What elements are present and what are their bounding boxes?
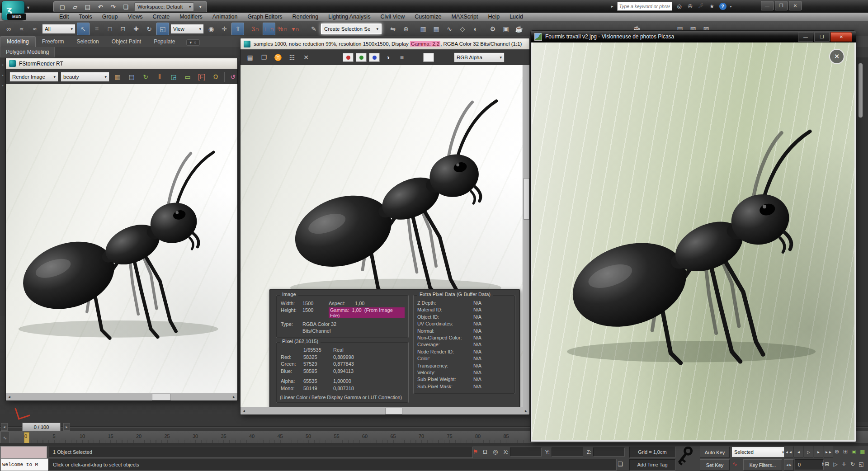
selection-filter-dropdown[interactable]: All▾: [42, 24, 75, 34]
minimize-button[interactable]: —: [761, 1, 774, 10]
copy-image-icon[interactable]: ❐: [258, 52, 270, 63]
clear-image-icon[interactable]: ✕: [300, 52, 312, 63]
curve-editor-icon[interactable]: ∿: [443, 23, 455, 35]
selection-lock-icon[interactable]: Ω: [483, 448, 487, 455]
green-channel-button[interactable]: [356, 53, 367, 62]
fstorm-horizontal-scrollbar[interactable]: ◄ ►: [6, 393, 237, 400]
menu-animation[interactable]: Animation: [208, 13, 243, 21]
select-and-move-icon[interactable]: ✚: [130, 23, 142, 35]
monochrome-channel-icon[interactable]: ◑: [382, 52, 394, 63]
rfw-horizontal-scrollbar[interactable]: ◄ ►: [241, 407, 529, 414]
save-file-icon[interactable]: ▤: [84, 3, 92, 11]
angle-snap-icon[interactable]: ∟∩: [263, 23, 275, 35]
crop-region-icon[interactable]: [F]: [196, 71, 208, 83]
menu-civil-view[interactable]: Civil View: [375, 13, 410, 21]
new-key-curve-icon[interactable]: ∿: [732, 461, 737, 467]
scroll-thumb[interactable]: [385, 408, 402, 414]
menu-lighting-analysis[interactable]: Lighting Analysis: [323, 13, 375, 21]
fov-icon[interactable]: ▷: [831, 459, 840, 469]
maxscript-listener-white[interactable]: Welcome to M: [0, 458, 48, 471]
auto-key-button[interactable]: Auto Key: [700, 447, 730, 458]
tab-polygon-modeling[interactable]: Polygon Modeling: [0, 47, 55, 57]
named-selection-combo[interactable]: Create Selection Se▾: [321, 24, 382, 34]
communication-center-icon[interactable]: ☄: [698, 3, 705, 10]
menu-group[interactable]: Group: [97, 13, 123, 21]
window-crossing-icon[interactable]: ⊡: [117, 23, 129, 35]
next-frame-button[interactable]: ►: [814, 447, 823, 457]
render-target-dropdown[interactable]: Render Image▾: [9, 72, 58, 82]
absolute-mode-icon[interactable]: ◎: [493, 448, 498, 455]
use-pivot-icon[interactable]: ◉: [205, 23, 217, 35]
select-and-rotate-icon[interactable]: ↻: [143, 23, 155, 35]
menu-edit[interactable]: Edit: [54, 13, 74, 21]
select-and-link-icon[interactable]: ∞: [3, 23, 14, 35]
mini-curve-editor-button[interactable]: ∿: [0, 432, 9, 443]
notification-pin-icon[interactable]: ⚑: [473, 448, 478, 455]
menu-customize[interactable]: Customize: [410, 13, 446, 21]
region-render-icon[interactable]: ▭: [182, 71, 193, 83]
rfw-vertical-scrollbar[interactable]: [523, 65, 529, 408]
zoom-extents-all-icon[interactable]: ▩: [859, 447, 867, 457]
percent-snap-icon[interactable]: %∩: [277, 23, 288, 35]
channel-display-dropdown[interactable]: RGB Alpha▾: [454, 52, 505, 62]
snap-3d-icon[interactable]: 3∩: [250, 23, 261, 35]
clipboard-icon[interactable]: ❏: [618, 461, 623, 467]
menu-maxscript[interactable]: MAXScript: [446, 13, 483, 21]
search-icon[interactable]: ◎: [676, 3, 683, 10]
schematic-view-icon[interactable]: ◇: [457, 23, 468, 35]
spinner-snap-icon[interactable]: ▾∩: [290, 23, 302, 35]
scroll-thumb[interactable]: [152, 394, 171, 400]
play-button[interactable]: ▷: [804, 447, 813, 457]
close-button[interactable]: ✕: [789, 1, 802, 10]
save-image-icon[interactable]: ▤: [126, 71, 137, 83]
zoom-icon[interactable]: ⊕: [833, 447, 841, 457]
tab-selection[interactable]: Selection: [70, 37, 105, 47]
scroll-left-icon[interactable]: ◄: [6, 395, 13, 399]
menu-create[interactable]: Create: [148, 13, 175, 21]
favorites-icon[interactable]: ★: [708, 3, 716, 10]
goto-end-button[interactable]: ►►: [824, 447, 833, 457]
blue-channel-button[interactable]: [369, 53, 380, 62]
material-editor-icon[interactable]: ◐: [470, 23, 481, 35]
zoom-extents-icon[interactable]: ▣: [850, 447, 858, 457]
test-resolution-icon[interactable]: ▦: [112, 71, 123, 83]
new-scene-icon[interactable]: ▢: [58, 3, 66, 11]
pause-render-icon[interactable]: ‖: [154, 71, 165, 83]
select-manipulate-icon[interactable]: ✛: [218, 23, 230, 35]
menu-views[interactable]: Views: [123, 13, 147, 21]
render-production-icon[interactable]: ☕: [513, 23, 525, 35]
mirror-icon[interactable]: ⇋: [387, 23, 399, 35]
chevron-down-icon[interactable]: ▾: [730, 5, 732, 9]
infocenter-flyout-icon[interactable]: ▸: [611, 4, 613, 9]
menu-tools[interactable]: Tools: [74, 13, 97, 21]
clone-window-icon[interactable]: ♊: [272, 52, 284, 63]
restore-button[interactable]: ❐: [775, 1, 788, 10]
maximize-viewport-icon[interactable]: ◱: [857, 459, 865, 469]
save-image-icon[interactable]: ▤: [244, 52, 256, 63]
background-color-swatch[interactable]: [423, 53, 434, 62]
close-button[interactable]: ✕: [830, 32, 852, 42]
scroll-thumb[interactable]: [524, 178, 529, 220]
ribbon-flyout-button[interactable]: ▾ ○: [186, 39, 200, 46]
goto-start-button[interactable]: ◄◄: [784, 447, 793, 457]
add-time-tag-button[interactable]: Add Time Tag: [629, 459, 675, 471]
minimize-button[interactable]: —: [798, 32, 813, 42]
pan-icon[interactable]: ✛: [840, 459, 848, 469]
key-filters-button[interactable]: Key Filters...: [743, 459, 782, 471]
selection-region-icon[interactable]: □: [104, 23, 116, 35]
set-key-button[interactable]: Set Key: [700, 459, 730, 471]
menu-help[interactable]: Help: [483, 13, 505, 21]
chevron-down-icon[interactable]: ▼: [26, 5, 30, 10]
menu-modifiers[interactable]: Modifiers: [175, 13, 208, 21]
key-mode-dropdown[interactable]: Selected ▾: [731, 447, 787, 457]
picasa-title-bar[interactable]: Fourmis travail v2.jpg - Visionneuse de …: [531, 31, 856, 42]
search-input[interactable]: [617, 2, 672, 11]
time-configuration-icon[interactable]: ⊟: [823, 459, 831, 469]
zoom-all-icon[interactable]: ⊞: [841, 447, 849, 457]
graphite-toggle-icon[interactable]: ▦: [430, 23, 442, 35]
tab-modeling[interactable]: Modeling: [0, 36, 36, 47]
render-channel-dropdown[interactable]: beauty▾: [61, 72, 109, 82]
scroll-right-icon[interactable]: ►: [231, 395, 237, 399]
undo-icon[interactable]: ↶: [96, 3, 104, 11]
coordinate-system-dropdown[interactable]: View▾: [170, 24, 204, 34]
